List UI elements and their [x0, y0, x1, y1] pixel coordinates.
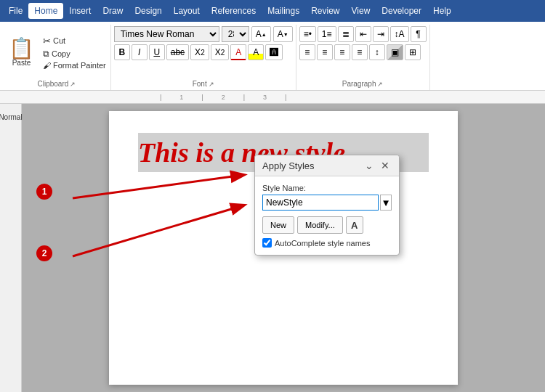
style-dropdown-button[interactable]: ▼ — [380, 195, 392, 211]
paragraph-group-label: Paragraph ↗ — [296, 80, 429, 88]
document-area: Normal This is a new style. Apply Styles… — [0, 104, 545, 392]
menu-item-view[interactable]: View — [346, 3, 376, 19]
menu-item-layout[interactable]: Layout — [168, 3, 206, 19]
autocomplete-row: AutoComplete style names — [262, 238, 392, 248]
font-grow-button[interactable]: A▲ — [251, 26, 271, 42]
format-painter-button[interactable]: 🖌 Format Painter — [40, 60, 109, 70]
align-right-button[interactable]: ≡ — [334, 44, 350, 60]
dialog-header-controls: ⌄ ✕ — [363, 160, 392, 171]
paste-button[interactable]: 📋 Paste — [4, 28, 39, 77]
menu-item-draw[interactable]: Draw — [97, 3, 129, 19]
format-style-button[interactable]: A — [346, 216, 363, 234]
bold-button[interactable]: B — [114, 44, 130, 60]
decrease-indent-button[interactable]: ⇤ — [355, 26, 371, 42]
italic-button[interactable]: I — [132, 44, 148, 60]
menu-item-insert[interactable]: Insert — [63, 3, 97, 19]
multilevel-button[interactable]: ≣ — [338, 26, 354, 42]
style-name-input[interactable] — [262, 195, 379, 211]
scissors-icon: ✂ — [43, 36, 51, 46]
align-left-button[interactable]: ≡ — [299, 44, 315, 60]
numbering-button[interactable]: 1≡ — [318, 26, 336, 42]
font-group: Times New Roman 28 A▲ A▼ B I U abc X2 X2… — [111, 25, 296, 90]
paragraph-expand-icon[interactable]: ↗ — [377, 81, 383, 88]
modify-style-button[interactable]: Modify... — [297, 216, 343, 234]
dialog-collapse-button[interactable]: ⌄ — [363, 160, 376, 171]
menu-item-developer[interactable]: Developer — [376, 3, 427, 19]
apply-styles-dialog: Apply Styles ⌄ ✕ Style Name: ▼ — [254, 155, 400, 256]
font-name-selector[interactable]: Times New Roman — [114, 26, 219, 42]
menu-bar: const pdata = JSON.parse(document.getEle… — [0, 0, 545, 22]
clipboard-sub: ✂ Cut ⧉ Copy 🖌 Format Painter — [40, 28, 109, 77]
dialog-box: Apply Styles ⌄ ✕ Style Name: ▼ — [254, 155, 400, 256]
svg-line-0 — [73, 175, 243, 198]
style-input-row: ▼ — [262, 195, 392, 211]
bullets-button[interactable]: ≡• — [299, 26, 316, 42]
svg-line-1 — [73, 205, 243, 256]
sidebar: Normal — [0, 104, 22, 392]
clipboard-group: 📋 Paste ✂ Cut ⧉ Copy 🖌 Format Painter Cl… — [3, 25, 111, 90]
menu-item-review[interactable]: Review — [305, 3, 345, 19]
strikethrough-button[interactable]: abc — [166, 44, 189, 60]
autocomplete-checkbox[interactable] — [262, 238, 272, 248]
font-group-label: Font ↗ — [111, 80, 296, 88]
highlight-button[interactable]: A — [248, 44, 264, 60]
paste-icon: 📋 — [9, 38, 34, 59]
font-color-button[interactable]: A — [230, 44, 246, 60]
dialog-title: Apply Styles — [262, 160, 315, 171]
new-style-button[interactable]: New — [262, 216, 294, 234]
increase-indent-button[interactable]: ⇥ — [373, 26, 389, 42]
paragraph-group: ≡• 1≡ ≣ ⇤ ⇥ ↕A ¶ ≡ ≡ ≡ ≡ ↕ ▣ ⊞ Paragraph… — [296, 25, 430, 90]
cut-button[interactable]: ✂ Cut — [40, 35, 109, 47]
font-shrink-button[interactable]: A▼ — [273, 26, 293, 42]
shading-button[interactable]: ▣ — [387, 44, 403, 60]
document-page: This is a new style. Apply Styles ⌄ ✕ St… — [109, 111, 458, 385]
style-name-label: Style Name: — [262, 184, 392, 192]
font-size-selector[interactable]: 28 — [222, 26, 249, 42]
copy-icon: ⧉ — [43, 49, 49, 59]
clear-format-button[interactable]: 🅰 — [265, 44, 283, 60]
page-area: This is a new style. Apply Styles ⌄ ✕ St… — [22, 104, 545, 392]
clipboard-group-label: Clipboard ↗ — [3, 80, 110, 88]
show-marks-button[interactable]: ¶ — [411, 26, 427, 42]
dialog-close-button[interactable]: ✕ — [379, 160, 392, 171]
autocomplete-label: AutoComplete style names — [275, 239, 370, 248]
sort-button[interactable]: ↕A — [390, 26, 409, 42]
dialog-button-row: New Modify... A — [262, 216, 392, 234]
font-expand-icon[interactable]: ↗ — [209, 81, 214, 88]
superscript-button[interactable]: X2 — [211, 44, 230, 60]
menu-item-file[interactable]: File — [3, 3, 28, 19]
menu-item-mailings[interactable]: Mailings — [262, 3, 305, 19]
menu-item-references[interactable]: References — [206, 3, 262, 19]
align-center-button[interactable]: ≡ — [317, 44, 333, 60]
dialog-body: Style Name: ▼ New Modify... A AutoC — [255, 176, 399, 255]
expand-icon[interactable]: ↗ — [70, 81, 76, 88]
menu-item-home[interactable]: Home — [28, 3, 63, 19]
subscript-button[interactable]: X2 — [190, 44, 209, 60]
menu-item-help[interactable]: Help — [427, 3, 457, 19]
justify-button[interactable]: ≡ — [352, 44, 368, 60]
border-button[interactable]: ⊞ — [405, 44, 421, 60]
ruler: | 1 | 2 | 3 | — [0, 91, 545, 104]
menu-item-design[interactable]: Design — [129, 3, 167, 19]
painter-icon: 🖌 — [43, 61, 51, 70]
paste-label: Paste — [12, 59, 31, 67]
dialog-header: Apply Styles ⌄ ✕ — [255, 155, 399, 176]
line-spacing-button[interactable]: ↕ — [369, 44, 385, 60]
style-label: Normal — [0, 113, 23, 121]
underline-button[interactable]: U — [149, 44, 165, 60]
ribbon: 📋 Paste ✂ Cut ⧉ Copy 🖌 Format Painter Cl… — [0, 22, 545, 91]
copy-button[interactable]: ⧉ Copy — [40, 48, 109, 60]
annotation-circle-1: 1 — [36, 184, 52, 200]
annotation-circle-2: 2 — [36, 245, 52, 261]
